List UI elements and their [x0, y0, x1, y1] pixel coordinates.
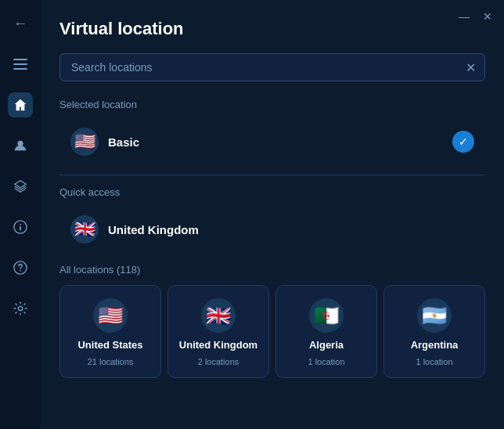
- all-locations-label: All locations (118): [59, 264, 485, 276]
- location-card-dz[interactable]: 🇩🇿 Algeria 1 location: [275, 285, 377, 378]
- card-count-us: 21 locations: [88, 357, 134, 366]
- card-count-dz: 1 location: [308, 357, 344, 366]
- quick-access-name: United Kingdom: [108, 223, 474, 236]
- flag-ar: 🇦🇷: [417, 298, 452, 333]
- close-button[interactable]: ✕: [481, 9, 495, 23]
- card-name-us: United States: [77, 339, 142, 351]
- sidebar-icon-info[interactable]: [8, 214, 33, 240]
- sidebar-icon-menu[interactable]: [8, 52, 33, 77]
- svg-point-6: [20, 224, 21, 225]
- flag-uk: 🇬🇧: [201, 298, 236, 333]
- svg-point-3: [17, 141, 23, 146]
- search-clear-button[interactable]: ✕: [466, 60, 476, 75]
- svg-point-8: [20, 270, 21, 272]
- sidebar-icon-home[interactable]: [8, 92, 33, 117]
- flag-dz: 🇩🇿: [309, 298, 344, 333]
- sidebar-back-button[interactable]: ←: [8, 11, 33, 36]
- flag-us: 🇺🇸: [93, 298, 128, 333]
- quick-access-row[interactable]: 🇬🇧 United Kingdom: [59, 207, 485, 251]
- selected-location-row[interactable]: 🇺🇸 Basic ✓: [59, 120, 485, 164]
- svg-rect-1: [13, 63, 27, 65]
- svg-rect-5: [20, 226, 21, 230]
- card-count-uk: 2 locations: [198, 357, 239, 366]
- search-container: ✕: [59, 53, 485, 81]
- selected-check-icon: ✓: [452, 131, 474, 153]
- titlebar: — ✕: [457, 9, 495, 23]
- sidebar-icon-user[interactable]: [8, 133, 33, 158]
- locations-grid: 🇺🇸 United States 21 locations 🇬🇧 United …: [59, 285, 485, 378]
- selected-location-label: Selected location: [59, 99, 485, 110]
- selected-flag: 🇺🇸: [70, 128, 99, 156]
- svg-point-9: [18, 306, 22, 310]
- main-content: — ✕ Virtual location ✕ Selected location…: [41, 0, 504, 429]
- location-card-ar[interactable]: 🇦🇷 Argentina 1 location: [383, 285, 485, 378]
- selected-location-name: Basic: [108, 135, 443, 149]
- svg-rect-2: [13, 68, 27, 70]
- location-card-us[interactable]: 🇺🇸 United States 21 locations: [59, 285, 161, 378]
- sidebar: ←: [0, 0, 41, 429]
- quick-access-flag: 🇬🇧: [70, 215, 99, 243]
- card-name-ar: Argentina: [411, 339, 459, 351]
- divider-1: [59, 175, 485, 175]
- search-input[interactable]: [59, 53, 485, 81]
- card-count-ar: 1 location: [416, 357, 452, 366]
- svg-rect-0: [13, 59, 27, 60]
- quick-access-label: Quick access: [59, 186, 485, 198]
- sidebar-icon-help[interactable]: [8, 255, 33, 280]
- page-title: Virtual location: [59, 19, 485, 39]
- sidebar-icon-layers[interactable]: [8, 174, 33, 199]
- card-name-uk: United Kingdom: [179, 339, 257, 351]
- location-card-uk[interactable]: 🇬🇧 United Kingdom 2 locations: [167, 285, 269, 378]
- card-name-dz: Algeria: [309, 339, 344, 351]
- all-locations-section: All locations (118) 🇺🇸 United States 21 …: [59, 264, 485, 378]
- sidebar-icon-settings[interactable]: [8, 296, 33, 321]
- minimize-button[interactable]: —: [457, 9, 471, 23]
